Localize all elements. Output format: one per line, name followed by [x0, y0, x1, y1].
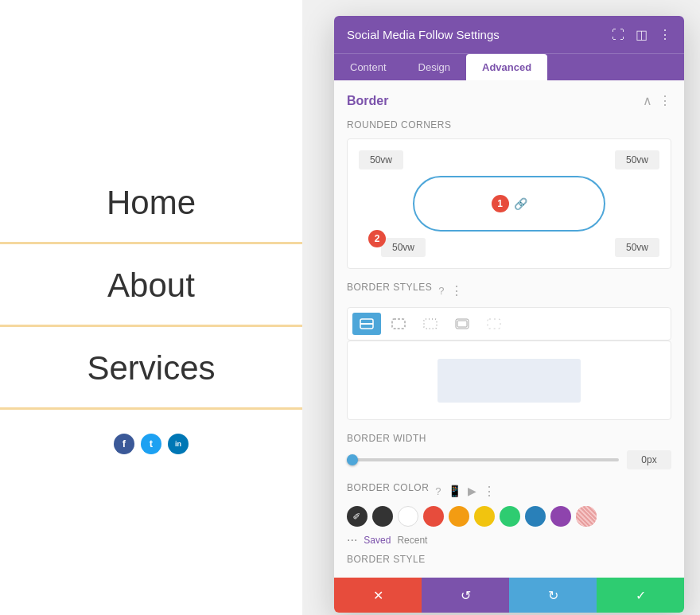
- undo-icon: ↺: [461, 588, 471, 603]
- saved-label[interactable]: Saved: [364, 535, 391, 546]
- corner-br-input[interactable]: [615, 238, 659, 257]
- color-swatch-red[interactable]: [423, 506, 444, 527]
- border-styles-row: Border Styles ? ⋮: [347, 282, 671, 299]
- color-swatch-black[interactable]: [372, 506, 393, 527]
- border-width-label: Border Width: [347, 433, 671, 444]
- border-color-cursor-icon[interactable]: ▶: [468, 485, 476, 497]
- border-color-header: Border Color ? 📱 ▶ ⋮: [347, 482, 671, 500]
- border-style-options: [347, 307, 671, 341]
- border-color-label: Border Color: [347, 482, 429, 493]
- border-width-range-row: [347, 450, 671, 469]
- border-styles-more-icon[interactable]: ⋮: [450, 283, 463, 298]
- section-title: Border: [347, 94, 388, 108]
- more-icon[interactable]: ⋮: [659, 27, 671, 42]
- save-icon: ✓: [636, 588, 646, 603]
- border-color-more-icon[interactable]: ⋮: [483, 484, 496, 499]
- panel-tabs: Content Design Advanced: [334, 53, 684, 80]
- panel-title: Social Media Follow Settings: [347, 28, 500, 41]
- redo-icon: ↻: [548, 588, 558, 603]
- action-bar: ✕ ↺ ↻ ✓: [334, 578, 684, 613]
- panel-header: Social Media Follow Settings ⛶ ◫ ⋮: [334, 16, 684, 53]
- color-swatch-white[interactable]: [398, 506, 418, 527]
- badge-1: 1: [492, 195, 509, 212]
- social-icons-group: f t in: [114, 434, 189, 454]
- settings-panel: Social Media Follow Settings ⛶ ◫ ⋮ Conte…: [334, 16, 684, 613]
- header-icons: ⛶ ◫ ⋮: [612, 27, 671, 42]
- border-styles-label: Border Styles: [347, 282, 432, 293]
- color-swatch-pink[interactable]: [576, 506, 597, 527]
- border-width-value[interactable]: [627, 450, 671, 469]
- border-styles-help-icon[interactable]: ?: [438, 285, 444, 297]
- dots-btn[interactable]: ···: [347, 533, 357, 547]
- collapse-icon[interactable]: ∧: [643, 93, 652, 108]
- svg-rect-0: [360, 323, 373, 325]
- cancel-icon: ✕: [373, 588, 383, 603]
- nav-about[interactable]: About: [0, 244, 302, 327]
- panel-body: Border ∧ ⋮ Rounded Corners 1 🔗: [334, 80, 684, 578]
- color-swatch-blue[interactable]: [525, 506, 546, 527]
- color-swatches: ✏: [347, 506, 671, 527]
- color-swatch-purple[interactable]: [550, 506, 571, 527]
- rounded-corners-label: Rounded Corners: [347, 119, 671, 130]
- layout-icon[interactable]: ◫: [636, 27, 648, 42]
- twitter-icon[interactable]: t: [141, 434, 161, 454]
- border-style-none-btn[interactable]: [480, 313, 508, 335]
- svg-rect-6: [488, 319, 500, 329]
- link-icon: 🔗: [514, 197, 527, 210]
- fullscreen-icon[interactable]: ⛶: [612, 28, 624, 42]
- border-style-bottom-label: Border Style: [347, 554, 671, 565]
- cancel-button[interactable]: ✕: [334, 578, 422, 613]
- border-color-phone-icon[interactable]: 📱: [448, 485, 461, 497]
- save-button[interactable]: ✓: [597, 578, 684, 613]
- border-style-dashed-btn[interactable]: [384, 313, 413, 335]
- section-header-icons: ∧ ⋮: [643, 93, 671, 108]
- inner-preview: [438, 359, 581, 403]
- nav-home[interactable]: Home: [0, 162, 302, 244]
- border-style-double-btn[interactable]: [448, 313, 476, 335]
- color-swatch-orange[interactable]: [449, 506, 469, 527]
- corners-grid: 1 🔗 2: [359, 150, 659, 257]
- rounded-corners-widget: 1 🔗 2: [347, 138, 671, 269]
- section-header: Border ∧ ⋮: [347, 93, 671, 108]
- corner-tl-input[interactable]: [359, 150, 403, 169]
- svg-rect-5: [457, 321, 467, 327]
- svg-rect-2: [392, 319, 405, 329]
- corner-tr-input[interactable]: [615, 150, 659, 169]
- border-width-slider[interactable]: [347, 458, 619, 461]
- border-style-solid-btn[interactable]: [352, 313, 381, 335]
- tab-design[interactable]: Design: [402, 54, 466, 80]
- svg-rect-3: [424, 319, 437, 329]
- color-swatch-green[interactable]: [500, 506, 520, 527]
- border-preview-box: [347, 341, 671, 420]
- saved-recent-row: ··· Saved Recent: [347, 533, 671, 547]
- website-preview: Home About Services f t in: [0, 0, 302, 615]
- range-thumb: [347, 454, 358, 465]
- redo-button[interactable]: ↻: [509, 578, 597, 613]
- facebook-icon[interactable]: f: [114, 434, 134, 454]
- section-more-icon[interactable]: ⋮: [659, 93, 671, 108]
- corner-bl-input[interactable]: [381, 238, 426, 257]
- corner-preview: 1 🔗: [413, 176, 605, 232]
- nav-services[interactable]: Services: [0, 327, 302, 410]
- pencil-icon: ✏: [351, 510, 364, 524]
- badge-2: 2: [368, 230, 386, 247]
- recent-label[interactable]: Recent: [397, 535, 427, 546]
- color-swatch-yellow[interactable]: [474, 506, 495, 527]
- color-picker-btn[interactable]: ✏: [347, 506, 368, 527]
- linkedin-icon[interactable]: in: [168, 434, 189, 454]
- border-color-help-icon[interactable]: ?: [435, 485, 441, 497]
- tab-advanced[interactable]: Advanced: [466, 54, 547, 80]
- undo-button[interactable]: ↺: [422, 578, 509, 613]
- tab-content[interactable]: Content: [334, 54, 402, 80]
- border-style-dotted-btn[interactable]: [416, 313, 445, 335]
